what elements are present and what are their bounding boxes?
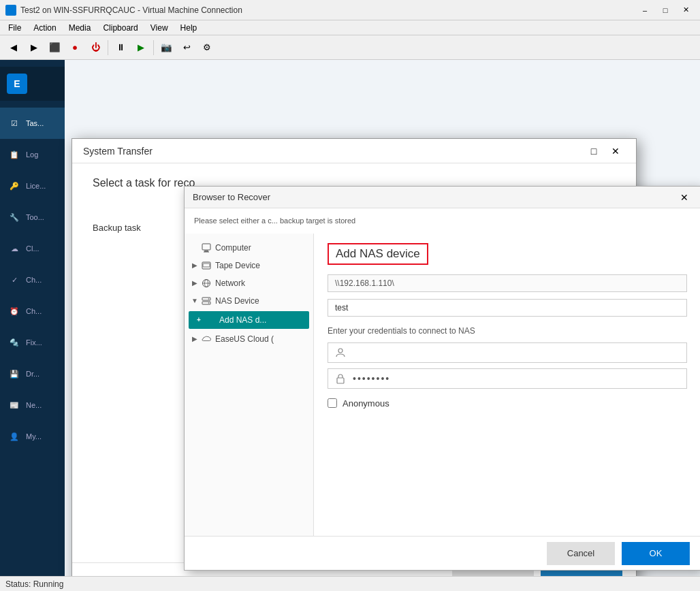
ok-browser-button[interactable]: OK (622, 542, 690, 565)
tree-item-nas[interactable]: ▼ NAS Device (185, 292, 313, 310)
sidebar-item-clock-label: Ch... (26, 307, 42, 315)
menu-view[interactable]: View (145, 22, 174, 34)
vm-titlebar: Test2 on WIN-SSFURRQCAUC - Virtual Machi… (0, 0, 700, 20)
dialog-title: System Transfer (83, 146, 584, 157)
task-icon: ☑ (8, 117, 20, 129)
svg-point-10 (208, 298, 210, 300)
toolbar: ◀ ▶ ⬛ ● ⏻ ⏸ ▶ 📷 ↩ ⚙ (0, 35, 700, 60)
dialog-close-btn[interactable]: ✕ (606, 143, 625, 159)
add-nas-icon (205, 315, 216, 325)
anonymous-label[interactable]: Anonymous (343, 398, 389, 409)
sidebar-item-check[interactable]: ✓ Ch... (0, 264, 65, 296)
svg-rect-3 (202, 262, 210, 269)
profile-icon: 👤 (8, 430, 20, 443)
sidebar-item-tools[interactable]: 🔧 Too... (0, 202, 65, 233)
cloud-tree-icon (201, 334, 212, 345)
password-field-dots: •••••••• (353, 373, 390, 384)
toolbar-power[interactable]: ⏻ (86, 38, 105, 57)
sidebar-item-news[interactable]: 📰 Ne... (0, 389, 65, 421)
sidebar-item-fix-label: Fix... (26, 338, 42, 347)
toolbar-screenshot[interactable]: 📷 (157, 38, 176, 57)
sidebar-item-license[interactable]: 🔑 Lice... (0, 170, 65, 202)
menu-clipboard[interactable]: Clipboard (97, 22, 143, 34)
vm-window: Test2 on WIN-SSFURRQCAUC - Virtual Machi… (0, 0, 700, 591)
tree-item-tape[interactable]: ▶ Tape Device (185, 257, 313, 274)
sidebar-item-cloud[interactable]: ☁ Cl... (0, 233, 65, 264)
toolbar-back[interactable]: ◀ (4, 38, 23, 57)
svg-rect-13 (337, 378, 344, 383)
nas-label: NAS Device (215, 296, 259, 306)
toolbar-stop[interactable]: ⬛ (45, 38, 64, 57)
cancel-browser-button[interactable]: Cancel (547, 542, 615, 565)
vm-title-text: Test2 on WIN-SSFURRQCAUC - Virtual Machi… (20, 5, 636, 15)
nas-icon (201, 296, 212, 306)
anonymous-row: Anonymous (328, 398, 687, 409)
add-nas-title: Add NAS device (328, 243, 428, 265)
sidebar-item-tools-label: Too... (26, 213, 44, 221)
toolbar-play[interactable]: ▶ (131, 38, 150, 57)
sidebar-item-log-label: Log (26, 150, 38, 159)
bg-sidebar: E ☑ Tas... 📋 Log 🔑 Lice... 🔧 Too... (0, 60, 65, 576)
tree-panel: Computer ▶ Tape Device ▶ (185, 234, 314, 537)
sidebar-item-task[interactable]: ☑ Tas... (0, 108, 65, 139)
fix-icon: 🔩 (8, 336, 20, 349)
username-field[interactable] (353, 348, 681, 357)
sidebar-item-fix[interactable]: 🔩 Fix... (0, 327, 65, 358)
cloud-expand: ▶ (190, 334, 200, 344)
add-nas-title-container: Add NAS device (328, 243, 687, 265)
menu-bar: File Action Media Clipboard View Help (0, 20, 700, 35)
sidebar-item-check-label: Ch... (26, 276, 42, 284)
vm-controls[interactable]: – □ ✕ (636, 3, 695, 17)
license-icon: 🔑 (8, 180, 20, 192)
nas-path-input[interactable] (328, 274, 687, 292)
tree-item-cloud[interactable]: ▶ EaseUS Cloud ( (185, 330, 313, 348)
anonymous-checkbox[interactable] (328, 398, 337, 408)
sidebar-item-profile[interactable]: 👤 My... (0, 421, 65, 452)
dialog-maximize-btn[interactable]: □ (584, 143, 603, 159)
computer-icon (201, 242, 212, 253)
username-input-wrapper (328, 342, 687, 363)
network-expand: ▶ (190, 278, 200, 288)
browser-dialog: Browser to Recover ✕ Please select eithe… (184, 186, 700, 571)
nas-expand: ▼ (190, 296, 200, 306)
close-button[interactable]: ✕ (677, 3, 695, 17)
svg-rect-0 (202, 244, 210, 250)
tree-item-add-nas[interactable]: + Add NAS d... (189, 311, 309, 329)
dialog-controls[interactable]: □ ✕ (584, 143, 625, 159)
svg-rect-2 (204, 251, 209, 252)
sidebar-item-drive[interactable]: 💾 Dr... (0, 358, 65, 389)
tape-label: Tape Device (215, 261, 260, 270)
browser-footer: Cancel OK (185, 536, 700, 570)
menu-action[interactable]: Action (28, 22, 61, 34)
browser-notice: Please select either a c... backup targe… (185, 208, 700, 234)
tools-icon: 🔧 (8, 211, 20, 223)
check-icon: ✓ (8, 274, 20, 286)
browser-titlebar: Browser to Recover ✕ (185, 187, 700, 208)
toolbar-undo[interactable]: ↩ (177, 38, 196, 57)
maximize-button[interactable]: □ (656, 3, 674, 17)
menu-media[interactable]: Media (63, 22, 97, 34)
toolbar-record[interactable]: ● (65, 38, 84, 57)
sidebar-item-drive-label: Dr... (26, 370, 39, 378)
sidebar-item-log[interactable]: 📋 Log (0, 139, 65, 170)
minimize-button[interactable]: – (636, 3, 654, 17)
tape-expand: ▶ (190, 261, 200, 270)
tape-icon (201, 260, 212, 271)
toolbar-pause[interactable]: ⏸ (111, 38, 130, 57)
tree-item-network[interactable]: ▶ Network (185, 274, 313, 292)
sidebar-item-clock[interactable]: ⏰ Ch... (0, 296, 65, 327)
log-icon: 📋 (8, 148, 20, 161)
tree-item-computer[interactable]: Computer (185, 239, 313, 257)
browser-close-btn[interactable]: ✕ (676, 189, 693, 206)
svg-point-11 (208, 302, 210, 304)
toolbar-forward[interactable]: ▶ (25, 38, 44, 57)
credentials-label: Enter your credentials to connect to NAS (328, 326, 687, 336)
menu-file[interactable]: File (3, 22, 27, 34)
menu-help[interactable]: Help (175, 22, 203, 34)
news-icon: 📰 (8, 399, 20, 411)
cloud-label: EaseUS Cloud ( (215, 334, 274, 344)
toolbar-settings[interactable]: ⚙ (197, 38, 217, 57)
computer-expand (190, 243, 200, 253)
computer-label: Computer (215, 243, 251, 253)
nas-share-input[interactable] (328, 299, 687, 317)
